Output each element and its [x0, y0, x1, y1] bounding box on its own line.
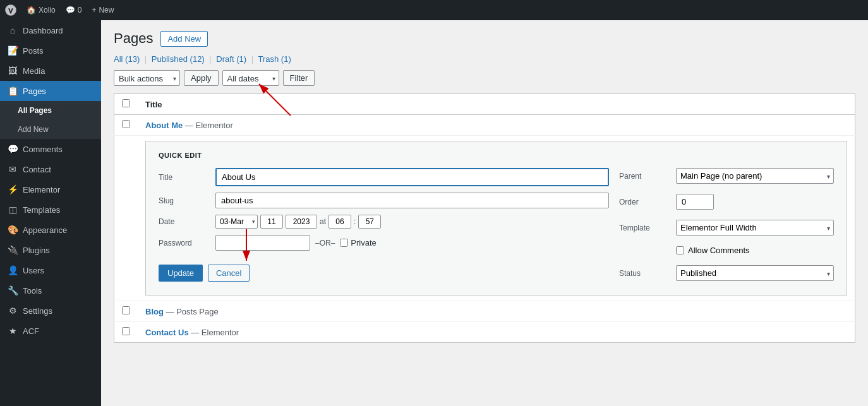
- qe-password-label: Password: [159, 239, 209, 248]
- sidebar-item-settings[interactable]: ⚙ Settings: [0, 301, 101, 321]
- order-input[interactable]: [676, 194, 714, 210]
- sidebar-item-contact[interactable]: ✉ Contact: [0, 159, 101, 179]
- allow-comments-row: Allow Comments: [676, 246, 750, 255]
- filter-draft[interactable]: Draft (1): [216, 54, 248, 64]
- wp-logo-icon: [5, 4, 16, 16]
- table-row: About Me — Elementor: [114, 115, 855, 136]
- acf-icon: ★: [8, 326, 18, 336]
- dates-select[interactable]: All dates: [222, 70, 279, 86]
- row-checkbox-col: [114, 301, 138, 322]
- row-title-cell: About Me — Elementor: [138, 115, 855, 136]
- sidebar-item-users[interactable]: 👤 Users: [0, 260, 101, 280]
- quick-edit-panel: QUICK EDIT Title: [145, 141, 847, 296]
- filter-all[interactable]: All (13): [114, 54, 142, 64]
- sidebar-item-comments[interactable]: 💬 Comments: [0, 139, 101, 159]
- qe-parent-row: Parent Main Page (no parent): [619, 168, 834, 184]
- qe-order-label: Order: [619, 198, 670, 206]
- qe-slug-row: Slug: [159, 193, 609, 208]
- header-checkbox-col: [114, 94, 138, 115]
- qe-buttons: Update Cancel: [159, 265, 609, 282]
- minute-input[interactable]: [358, 215, 381, 229]
- filter-published[interactable]: Published (12): [152, 54, 207, 64]
- action-bar: Bulk actions Bulk actions Apply All date…: [114, 70, 855, 86]
- tools-icon: 🔧: [8, 285, 18, 296]
- year-input[interactable]: [286, 215, 317, 229]
- page-title-link[interactable]: Blog: [145, 307, 166, 316]
- qe-order-row: Order: [619, 194, 834, 210]
- add-new-button[interactable]: Add New: [160, 31, 208, 47]
- cancel-button[interactable]: Cancel: [208, 265, 250, 282]
- pages-submenu: All Pages Add New: [0, 101, 101, 139]
- apply-button[interactable]: Apply: [184, 70, 219, 86]
- quick-edit-title: QUICK EDIT: [159, 152, 834, 159]
- parent-select-wrap: Main Page (no parent): [676, 168, 834, 184]
- sidebar-item-elementor[interactable]: ⚡ Elementor: [0, 179, 101, 200]
- appearance-icon: 🎨: [8, 225, 18, 235]
- qe-comments-row: Allow Comments: [619, 246, 834, 255]
- select-all-checkbox[interactable]: [122, 99, 130, 107]
- filter-sep-2: |: [209, 54, 211, 64]
- qe-template-label: Template: [619, 224, 670, 232]
- sidebar-label-templates: Templates: [23, 205, 60, 215]
- month-select-wrap: 03-Mar: [215, 215, 258, 229]
- site-name[interactable]: 🏠 Xolio: [27, 6, 56, 15]
- comments-link[interactable]: 💬 0: [66, 6, 82, 15]
- dates-wrap: All dates All dates: [222, 70, 279, 86]
- sidebar-item-templates[interactable]: ◫ Templates: [0, 200, 101, 220]
- parent-select[interactable]: Main Page (no parent): [676, 168, 834, 184]
- day-input[interactable]: [260, 215, 283, 229]
- sidebar-item-posts[interactable]: 📝 Posts: [0, 40, 101, 61]
- sidebar: ⌂ Dashboard 📝 Posts 🖼 Media 📋 Pages All …: [0, 20, 101, 406]
- or-text: –OR–: [315, 239, 335, 248]
- row-checkbox[interactable]: [122, 306, 130, 314]
- page-title-link[interactable]: Contact Us: [145, 328, 191, 337]
- allow-comments-checkbox[interactable]: [676, 246, 684, 254]
- row-checkbox[interactable]: [122, 120, 130, 128]
- sidebar-item-appearance[interactable]: 🎨 Appearance: [0, 220, 101, 240]
- new-link[interactable]: + New: [92, 6, 114, 15]
- month-select[interactable]: 03-Mar: [215, 215, 258, 229]
- qe-title-row: Title: [159, 168, 609, 186]
- private-checkbox[interactable]: [340, 239, 348, 247]
- hour-input[interactable]: [329, 215, 351, 229]
- password-input[interactable]: [215, 235, 310, 251]
- page-title-link[interactable]: About Me: [145, 121, 185, 130]
- qe-slug-input[interactable]: [215, 193, 609, 208]
- allow-comments-text: Allow Comments: [688, 246, 750, 255]
- settings-icon: ⚙: [8, 306, 18, 316]
- filter-trash[interactable]: Trash (1): [258, 54, 291, 64]
- qe-date-label: Date: [159, 217, 209, 226]
- bulk-actions-select[interactable]: Bulk actions: [114, 70, 180, 86]
- sidebar-item-media[interactable]: 🖼 Media: [0, 61, 101, 81]
- main-content: Pages Add New All (13) | Published (12) …: [101, 20, 868, 406]
- filter-button[interactable]: Filter: [283, 70, 315, 86]
- elementor-icon: ⚡: [8, 184, 18, 194]
- sidebar-item-plugins[interactable]: 🔌 Plugins: [0, 240, 101, 260]
- qe-date-row: Date 03-Mar: [159, 215, 609, 229]
- sidebar-label-acf: ACF: [23, 326, 39, 336]
- update-button[interactable]: Update: [159, 265, 203, 282]
- filter-sep-3: |: [251, 54, 253, 64]
- sidebar-item-acf[interactable]: ★ ACF: [0, 321, 101, 341]
- wp-logo-item[interactable]: [5, 4, 16, 16]
- plus-icon: +: [92, 6, 96, 15]
- topbar: 🏠 Xolio 💬 0 + New: [0, 0, 868, 20]
- header-title: Title: [138, 94, 855, 115]
- qe-title-input[interactable]: [215, 168, 609, 186]
- row-checkbox[interactable]: [122, 327, 130, 335]
- template-select[interactable]: Elementor Full Width: [676, 220, 834, 236]
- page-header: Pages Add New: [114, 30, 855, 47]
- sidebar-label-pages: Pages: [23, 87, 46, 96]
- sidebar-item-all-pages[interactable]: All Pages: [0, 101, 101, 120]
- status-select[interactable]: Published Draft Pending Review: [676, 265, 834, 281]
- at-text: at: [320, 217, 326, 226]
- dashboard-icon: ⌂: [8, 25, 18, 35]
- qe-password-row: Password –OR– Private: [159, 235, 609, 251]
- sidebar-item-pages[interactable]: 📋 Pages: [0, 81, 101, 101]
- sidebar-item-add-new-page[interactable]: Add New: [0, 120, 101, 139]
- sidebar-label-comments: Comments: [23, 145, 63, 154]
- row-checkbox-col: [114, 322, 138, 343]
- sidebar-item-tools[interactable]: 🔧 Tools: [0, 280, 101, 301]
- templates-icon: ◫: [8, 205, 18, 215]
- sidebar-item-dashboard[interactable]: ⌂ Dashboard: [0, 20, 101, 40]
